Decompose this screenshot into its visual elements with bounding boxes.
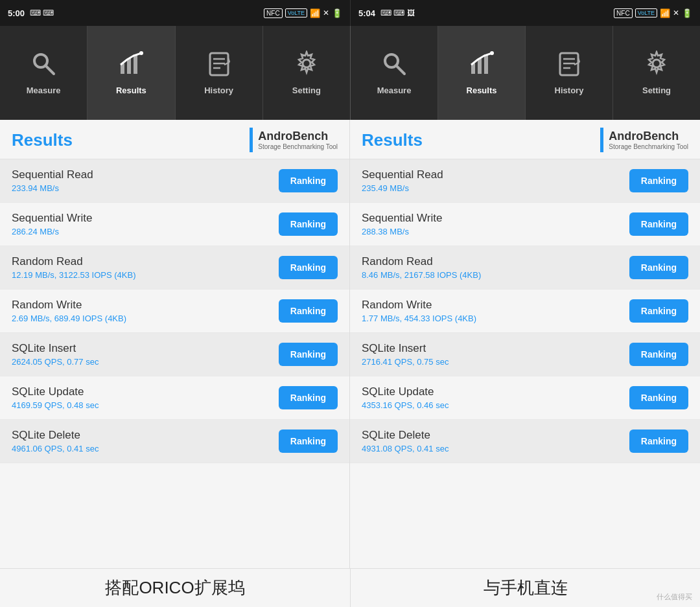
- status-icons-left: NFC VoLTE 📶 ✕ 🔋: [264, 8, 342, 18]
- benchmark-info: Random Read 12.19 MB/s, 3122.53 IOPS (4K…: [12, 255, 136, 280]
- nfc-icon-left: NFC: [264, 8, 283, 18]
- benchmark-name: Sequential Write: [362, 212, 442, 225]
- caption-left: 搭配ORICO扩展坞: [0, 569, 350, 607]
- svg-line-1: [45, 65, 54, 74]
- benchmark-name: Sequential Read: [12, 168, 93, 181]
- benchmark-name: Random Write: [362, 299, 476, 312]
- benchmark-value: 235.49 MB/s: [362, 183, 443, 193]
- svg-point-5: [139, 51, 143, 55]
- benchmark-value: 288.38 MB/s: [362, 227, 442, 236]
- benchmark-name: SQLite Update: [12, 385, 99, 398]
- results-title-left: Results: [12, 130, 73, 150]
- ranking-button[interactable]: Ranking: [279, 386, 338, 409]
- benchmark-name: Random Write: [12, 299, 126, 312]
- tab-setting-left[interactable]: Setting: [263, 26, 350, 120]
- benchmark-list-right: Sequential Read 235.49 MB/s Ranking Sequ…: [350, 159, 700, 463]
- benchmark-value: 4961.06 QPS, 0.41 sec: [12, 444, 99, 453]
- benchmark-row: Sequential Read 235.49 MB/s Ranking: [350, 159, 700, 203]
- benchmark-info: SQLite Delete 4961.06 QPS, 0.41 sec: [12, 429, 99, 453]
- setting-icon-right: [644, 51, 670, 80]
- benchmark-list-left: Sequential Read 233.94 MB/s Ranking Sequ…: [0, 159, 349, 463]
- benchmark-row: SQLite Insert 2716.41 QPS, 0.75 sec Rank…: [350, 333, 700, 376]
- caption-right: 与手机直连 什么值得买: [350, 569, 700, 607]
- ranking-button[interactable]: Ranking: [629, 429, 688, 453]
- ranking-button[interactable]: Ranking: [279, 343, 338, 366]
- tab-history-left[interactable]: History: [176, 26, 263, 120]
- watermark: 什么值得买: [657, 592, 692, 602]
- history-icon-left: [206, 51, 232, 80]
- ranking-button[interactable]: Ranking: [629, 169, 688, 192]
- svg-rect-4: [134, 54, 137, 74]
- tab-measure-left[interactable]: Measure: [0, 26, 88, 120]
- status-bar-right: 5:04 ⌨ ⌨ 🖼 NFC VoLTE 📶 ✕ 🔋: [350, 0, 700, 26]
- tab-results-right[interactable]: Results: [438, 26, 526, 120]
- tab-history-label-right: History: [555, 86, 584, 95]
- benchmark-info: Sequential Write 288.38 MB/s: [362, 212, 442, 236]
- history-icon-right: [556, 51, 582, 80]
- ranking-button[interactable]: Ranking: [279, 299, 338, 323]
- volte-icon-left: VoLTE: [285, 8, 307, 17]
- ranking-button[interactable]: Ranking: [629, 212, 688, 236]
- benchmark-name: Random Read: [12, 255, 136, 268]
- benchmark-row: Random Write 2.69 MB/s, 689.49 IOPS (4KB…: [0, 290, 349, 333]
- usb-icon-left: ⌨ ⌨: [30, 8, 54, 17]
- wifi-icon-right: 📶: [660, 8, 670, 18]
- tab-setting-right[interactable]: Setting: [613, 26, 700, 120]
- svg-rect-3: [127, 58, 131, 74]
- screen-panel-right: Results AndroBench Storage Benchmarking …: [350, 120, 700, 607]
- benchmark-row: Sequential Read 233.94 MB/s Ranking: [0, 159, 349, 203]
- benchmark-name: SQLite Insert: [362, 342, 449, 355]
- measure-icon-right: [381, 51, 407, 80]
- ranking-button[interactable]: Ranking: [279, 212, 338, 236]
- benchmark-name: SQLite Delete: [362, 429, 449, 442]
- benchmark-info: Random Read 8.46 MB/s, 2167.58 IOPS (4KB…: [362, 255, 481, 280]
- benchmark-row: SQLite Delete 4961.06 QPS, 0.41 sec Rank…: [0, 420, 349, 463]
- svg-rect-16: [478, 58, 482, 74]
- tab-measure-label-left: Measure: [27, 86, 61, 95]
- ranking-button[interactable]: Ranking: [279, 256, 338, 279]
- benchmark-value: 4353.16 QPS, 0.46 sec: [362, 400, 449, 410]
- ranking-button[interactable]: Ranking: [279, 429, 338, 453]
- svg-line-14: [396, 65, 404, 74]
- benchmark-value: 8.46 MB/s, 2167.58 IOPS (4KB): [362, 270, 481, 280]
- results-header-left: Results AndroBench Storage Benchmarking …: [0, 120, 349, 159]
- tab-measure-right[interactable]: Measure: [351, 26, 438, 120]
- tab-history-label-left: History: [204, 86, 233, 95]
- tab-history-right[interactable]: History: [526, 26, 613, 120]
- results-header-right: Results AndroBench Storage Benchmarking …: [350, 120, 700, 159]
- tab-measure-label-right: Measure: [377, 86, 412, 95]
- logo-text-right: AndroBench Storage Benchmarking Tool: [609, 130, 688, 151]
- status-icons-right: NFC VoLTE 📶 ✕ 🔋: [614, 8, 692, 18]
- benchmark-value: 1.77 MB/s, 454.33 IOPS (4KB): [362, 314, 476, 323]
- logo-bar-left: [250, 128, 253, 152]
- benchmark-row: SQLite Insert 2624.05 QPS, 0.77 sec Rank…: [0, 333, 349, 376]
- usb-icon-right: ⌨ ⌨: [380, 8, 404, 17]
- ranking-button[interactable]: Ranking: [629, 256, 688, 279]
- androbench-logo-right: AndroBench Storage Benchmarking Tool: [600, 128, 688, 152]
- benchmark-value: 4931.08 QPS, 0.41 sec: [362, 444, 449, 453]
- ranking-button[interactable]: Ranking: [629, 386, 688, 409]
- benchmark-info: SQLite Delete 4931.08 QPS, 0.41 sec: [362, 429, 449, 453]
- benchmark-row: SQLite Update 4169.59 QPS, 0.48 sec Rank…: [0, 376, 349, 420]
- photo-icon-right: 🖼: [407, 8, 415, 17]
- benchmark-row: Sequential Write 288.38 MB/s Ranking: [350, 203, 700, 246]
- tab-results-label-left: Results: [116, 86, 146, 95]
- results-icon-right: [469, 51, 495, 80]
- androbench-logo-left: AndroBench Storage Benchmarking Tool: [250, 128, 338, 152]
- battery-icon-right: 🔋: [682, 8, 692, 18]
- tab-setting-label-right: Setting: [642, 86, 671, 95]
- tab-results-left[interactable]: Results: [88, 26, 175, 120]
- benchmark-value: 2.69 MB/s, 689.49 IOPS (4KB): [12, 314, 126, 323]
- benchmark-value: 233.94 MB/s: [12, 183, 93, 193]
- ranking-button[interactable]: Ranking: [629, 343, 688, 366]
- svg-point-12: [303, 60, 310, 67]
- benchmark-info: SQLite Insert 2624.05 QPS, 0.77 sec: [12, 342, 99, 367]
- status-bars: 5:00 ⌨ ⌨ NFC VoLTE 📶 ✕ 🔋 5:04 ⌨ ⌨ 🖼 NFC …: [0, 0, 700, 26]
- logo-main-left: AndroBench: [258, 130, 338, 144]
- ranking-button[interactable]: Ranking: [629, 299, 688, 323]
- benchmark-info: SQLite Update 4169.59 QPS, 0.48 sec: [12, 385, 99, 410]
- ranking-button[interactable]: Ranking: [279, 169, 338, 192]
- signal-icon-right: ✕: [673, 8, 679, 17]
- benchmark-name: SQLite Update: [362, 385, 449, 398]
- results-icon-left: [118, 51, 144, 80]
